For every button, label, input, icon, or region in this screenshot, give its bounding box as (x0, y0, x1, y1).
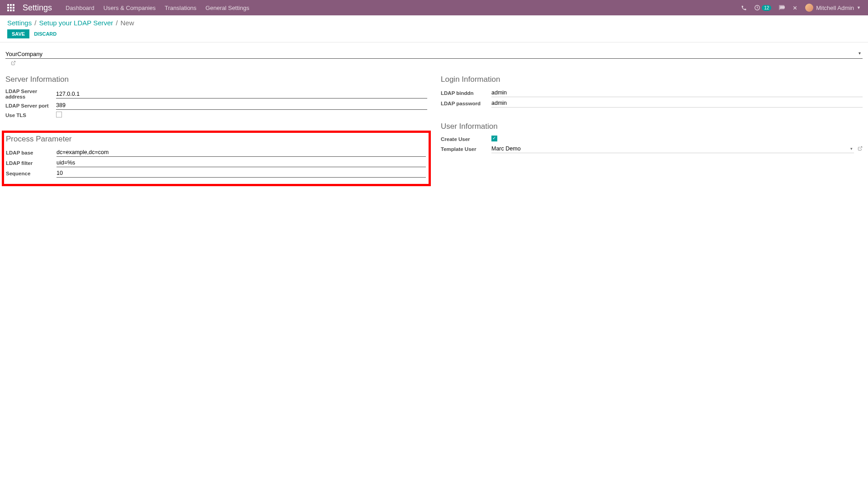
ldap-binddn-label: LDAP binddn (441, 90, 491, 96)
breadcrumb-sep: / (34, 19, 36, 27)
ldap-address-label: LDAP Server address (5, 89, 56, 99)
ldap-password-label: LDAP password (441, 101, 491, 106)
phone-icon[interactable] (741, 5, 747, 11)
template-user-input[interactable] (491, 145, 854, 153)
nav-general-settings[interactable]: General Settings (206, 5, 250, 11)
breadcrumb-ldap[interactable]: Setup your LDAP Server (39, 19, 113, 27)
messaging-icon[interactable] (778, 5, 785, 11)
ldap-filter-label: LDAP filter (6, 160, 57, 166)
use-tls-label: Use TLS (5, 113, 56, 118)
nav-users-companies[interactable]: Users & Companies (104, 5, 156, 11)
main-navbar: Settings Dashboard Users & Companies Tra… (0, 0, 868, 15)
ldap-filter-input[interactable] (57, 159, 426, 167)
template-user-label: Template User (441, 146, 491, 152)
create-user-label: Create User (441, 136, 491, 142)
breadcrumb-current: New (121, 19, 134, 27)
user-name: Mitchell Admin (816, 5, 854, 11)
nav-dashboard[interactable]: Dashboard (66, 5, 94, 11)
activity-icon[interactable]: 12 (754, 5, 771, 11)
navbar-right: 12 Mitchell Admin ▼ (741, 4, 861, 12)
nav-translations[interactable]: Translations (165, 5, 196, 11)
external-link-icon[interactable] (858, 146, 863, 152)
user-menu[interactable]: Mitchell Admin ▼ (805, 4, 861, 12)
navbar-left: Settings Dashboard Users & Companies Tra… (7, 3, 249, 13)
app-title[interactable]: Settings (23, 3, 52, 13)
ldap-address-input[interactable] (56, 90, 427, 99)
user-info-section: User Information Create User Template Us… (441, 122, 863, 153)
login-info-section: Login Information LDAP binddn LDAP passw… (441, 75, 863, 108)
breadcrumb-sep: / (116, 19, 118, 27)
process-param-title: Process Parameter (6, 135, 426, 144)
sequence-input[interactable] (57, 169, 426, 178)
breadcrumb: Settings / Setup your LDAP Server / New (7, 19, 861, 27)
process-param-highlight: Process Parameter LDAP base LDAP filter … (2, 131, 431, 186)
form-columns: Server Information LDAP Server address L… (5, 75, 863, 186)
company-row (5, 50, 863, 67)
server-info-section: Server Information LDAP Server address L… (5, 75, 427, 119)
ldap-port-input[interactable] (56, 101, 427, 110)
apps-icon[interactable] (7, 4, 14, 11)
activity-count-badge: 12 (762, 5, 771, 11)
use-tls-checkbox[interactable] (56, 112, 62, 117)
ldap-binddn-input[interactable] (491, 89, 863, 97)
ldap-port-label: LDAP Server port (5, 103, 56, 108)
external-link-icon[interactable] (11, 61, 16, 66)
server-info-title: Server Information (5, 75, 427, 84)
ldap-password-input[interactable] (491, 99, 863, 108)
ldap-base-input[interactable] (57, 148, 426, 157)
ldap-base-label: LDAP base (6, 150, 57, 155)
close-icon[interactable] (792, 5, 798, 11)
left-column: Server Information LDAP Server address L… (5, 75, 427, 186)
breadcrumb-settings[interactable]: Settings (7, 19, 32, 27)
nav-links: Dashboard Users & Companies Translations… (66, 5, 249, 11)
create-user-checkbox[interactable] (491, 136, 497, 141)
sequence-label: Sequence (6, 171, 57, 176)
control-panel: Settings / Setup your LDAP Server / New … (0, 15, 868, 42)
avatar (805, 4, 813, 12)
chevron-down-icon: ▼ (857, 5, 861, 10)
discard-button[interactable]: DISCARD (34, 31, 57, 37)
cp-buttons: SAVE DISCARD (7, 29, 861, 38)
company-input[interactable] (5, 50, 863, 59)
form-sheet: Server Information LDAP Server address L… (0, 42, 868, 204)
save-button[interactable]: SAVE (7, 29, 29, 38)
login-info-title: Login Information (441, 75, 863, 84)
user-info-title: User Information (441, 122, 863, 131)
right-column: Login Information LDAP binddn LDAP passw… (441, 75, 863, 186)
